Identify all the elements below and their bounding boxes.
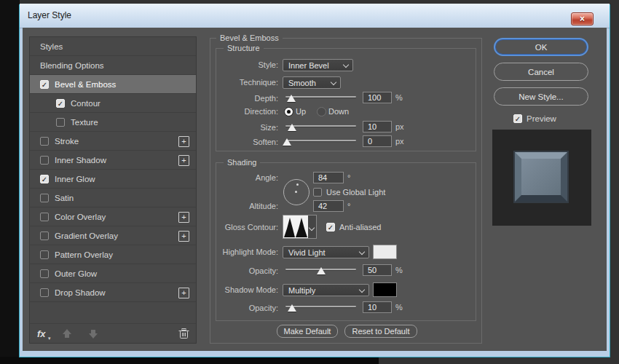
style-dropdown[interactable]: Inner Bevel — [283, 59, 353, 71]
use-global-light-checkbox[interactable] — [313, 188, 322, 197]
structure-legend: Structure — [224, 44, 264, 52]
sidebar-item-contour[interactable]: ✓Contour — [30, 94, 196, 113]
sidebar-item-label: Color Overlay — [55, 213, 106, 221]
chevron-down-icon — [331, 79, 336, 85]
cancel-button[interactable]: Cancel — [494, 63, 588, 81]
shadow-opacity-slider[interactable] — [285, 302, 356, 312]
sidebar-item-label: Bevel & Emboss — [55, 80, 116, 89]
sidebar-item-bevel-emboss[interactable]: ✓Bevel & Emboss — [30, 75, 196, 94]
depth-field[interactable]: 100 — [363, 92, 392, 103]
highlight-opacity-label: Opacity: — [187, 265, 278, 277]
close-button[interactable]: × — [571, 12, 594, 25]
new-style-button[interactable]: New Style... — [494, 87, 588, 106]
soften-field[interactable]: 0 — [363, 135, 392, 147]
stroke-checkbox[interactable] — [40, 137, 49, 146]
sidebar-item-color-overlay[interactable]: Color Overlay+ — [30, 207, 196, 226]
sidebar-item-stroke[interactable]: Stroke+ — [30, 132, 196, 151]
anti-aliased-checkbox[interactable]: ✓ — [326, 223, 335, 232]
make-default-button[interactable]: Make Default — [277, 325, 338, 338]
shading-group: Shading — [216, 162, 476, 321]
highlight-opacity-thumb[interactable] — [317, 267, 326, 274]
chevron-down-icon — [359, 249, 365, 255]
inner-glow-checkbox[interactable]: ✓ — [40, 175, 49, 183]
desktop-background-bottom — [0, 357, 379, 364]
sidebar-item-label: Contour — [71, 99, 100, 108]
inner-shadow-checkbox[interactable] — [40, 156, 49, 165]
sidebar-item-label: Stroke — [55, 137, 79, 146]
panel-title: Bevel & Emboss — [216, 33, 283, 42]
size-unit: px — [395, 121, 404, 132]
chevron-down-icon — [309, 225, 315, 231]
sidebar-item-styles[interactable]: Styles — [30, 37, 196, 56]
size-field[interactable]: 10 — [363, 121, 392, 132]
direction-down-radio[interactable] — [317, 107, 326, 116]
highlight-opacity-field[interactable]: 50 — [363, 264, 392, 276]
sidebar-footer: fx▾ — [30, 323, 196, 343]
layer-style-dialog: Layer Style × StylesBlending Options✓Bev… — [20, 4, 610, 357]
close-icon: × — [580, 15, 585, 23]
size-slider-thumb[interactable] — [288, 124, 296, 131]
sidebar-item-drop-shadow[interactable]: Drop Shadow+ — [30, 283, 196, 302]
delete-effect-icon[interactable] — [178, 328, 189, 342]
highlight-color-swatch[interactable] — [373, 245, 397, 259]
effects-sidebar: StylesBlending Options✓Bevel & Emboss✓Co… — [29, 36, 197, 344]
technique-dropdown[interactable]: Smooth — [283, 76, 341, 89]
angle-field[interactable]: 84 — [313, 172, 344, 183]
preview-label: Preview — [527, 114, 556, 124]
title-bar[interactable]: Layer Style × — [20, 4, 610, 28]
sidebar-item-texture[interactable]: Texture — [30, 113, 196, 132]
highlight-opacity-slider[interactable] — [285, 265, 356, 275]
soften-unit: px — [395, 135, 404, 147]
style-label: Style: — [187, 59, 278, 71]
shadow-opacity-field[interactable]: 10 — [363, 301, 392, 313]
sidebar-item-blending-options[interactable]: Blending Options — [30, 56, 196, 75]
dialog-title: Layer Style — [28, 10, 71, 20]
depth-slider[interactable] — [285, 92, 356, 103]
contour-checkbox[interactable]: ✓ — [56, 99, 65, 108]
shadow-mode-dropdown[interactable]: Multiply — [283, 284, 369, 296]
drop-shadow-checkbox[interactable] — [40, 288, 49, 297]
add-instance-icon[interactable]: + — [178, 155, 189, 166]
outer-glow-checkbox[interactable] — [40, 269, 49, 278]
sidebar-item-pattern-overlay[interactable]: Pattern Overlay — [30, 245, 196, 264]
altitude-field[interactable]: 42 — [313, 200, 344, 212]
sidebar-item-label: Pattern Overlay — [55, 250, 113, 259]
reset-to-default-button[interactable]: Reset to Default — [344, 325, 417, 338]
direction-down-label: Down — [328, 107, 349, 116]
move-effect-up-icon[interactable] — [62, 329, 72, 339]
shadow-opacity-label: Opacity: — [187, 302, 278, 314]
soften-slider-thumb[interactable] — [283, 138, 291, 146]
sidebar-item-inner-shadow[interactable]: Inner Shadow+ — [30, 151, 196, 170]
ok-button[interactable]: OK — [494, 38, 588, 56]
shadow-opacity-thumb[interactable] — [288, 304, 296, 312]
sidebar-item-label: Satin — [55, 194, 74, 202]
size-slider[interactable] — [285, 122, 356, 132]
depth-slider-thumb[interactable] — [287, 95, 296, 102]
angle-dial[interactable] — [283, 179, 310, 205]
gloss-contour-picker[interactable] — [283, 215, 317, 239]
soften-slider[interactable] — [285, 136, 356, 146]
sidebar-item-label: Texture — [71, 118, 98, 127]
shadow-color-swatch[interactable] — [373, 282, 397, 297]
sidebar-item-label: Gradient Overlay — [55, 232, 118, 240]
satin-checkbox[interactable] — [40, 194, 49, 202]
dialog-content: StylesBlending Options✓Bevel & Emboss✓Co… — [23, 28, 607, 351]
preview-bevel-square — [513, 151, 569, 203]
bevel-emboss-checkbox[interactable]: ✓ — [40, 80, 49, 89]
gradient-overlay-checkbox[interactable] — [40, 232, 49, 240]
sidebar-item-gradient-overlay[interactable]: Gradient Overlay+ — [30, 226, 196, 245]
angle-unit: ° — [347, 172, 350, 183]
direction-up-radio[interactable] — [284, 107, 293, 116]
color-overlay-checkbox[interactable] — [40, 213, 49, 221]
move-effect-down-icon[interactable] — [88, 329, 98, 339]
angle-dial-center — [295, 191, 297, 193]
sidebar-item-outer-glow[interactable]: Outer Glow — [30, 264, 196, 283]
sidebar-item-inner-glow[interactable]: ✓Inner Glow — [30, 170, 196, 189]
sidebar-item-label: Inner Glow — [55, 175, 95, 183]
highlight-mode-dropdown[interactable]: Vivid Light — [283, 246, 369, 258]
preview-checkbox[interactable]: ✓ — [513, 114, 522, 123]
texture-checkbox[interactable] — [56, 118, 65, 127]
sidebar-item-satin[interactable]: Satin — [30, 189, 196, 207]
pattern-overlay-checkbox[interactable] — [40, 250, 49, 259]
fx-menu-button[interactable]: fx▾ — [37, 328, 46, 339]
